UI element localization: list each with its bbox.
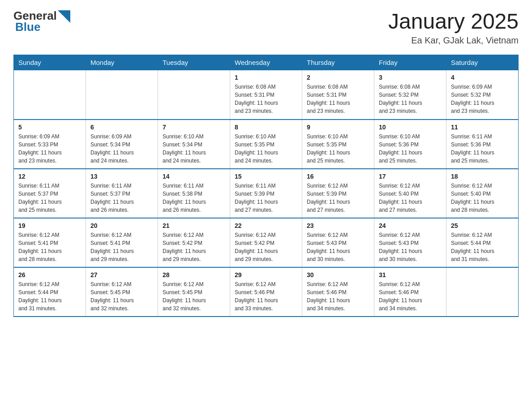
day-info: Sunrise: 6:08 AM Sunset: 5:31 PM Dayligh… [235,83,297,115]
calendar-cell: 24Sunrise: 6:12 AM Sunset: 5:43 PM Dayli… [374,218,446,267]
day-number: 13 [90,173,153,180]
calendar-cell: 1Sunrise: 6:08 AM Sunset: 5:31 PM Daylig… [230,70,302,120]
weekday-header-row: SundayMondayTuesdayWednesdayThursdayFrid… [14,55,519,70]
day-info: Sunrise: 6:11 AM Sunset: 5:37 PM Dayligh… [90,182,153,214]
day-number: 26 [18,271,81,278]
day-info: Sunrise: 6:08 AM Sunset: 5:32 PM Dayligh… [379,83,442,115]
weekday-header-wednesday: Wednesday [230,55,302,70]
day-number: 8 [235,124,297,131]
calendar-cell: 22Sunrise: 6:12 AM Sunset: 5:42 PM Dayli… [230,218,302,267]
day-number: 27 [90,271,153,278]
calendar-cell: 12Sunrise: 6:11 AM Sunset: 5:37 PM Dayli… [14,169,86,218]
calendar-cell: 29Sunrise: 6:12 AM Sunset: 5:46 PM Dayli… [230,267,302,317]
weekday-header-sunday: Sunday [14,55,86,70]
calendar-cell: 10Sunrise: 6:10 AM Sunset: 5:36 PM Dayli… [374,120,446,169]
day-number: 28 [163,271,225,278]
calendar-cell [86,70,158,120]
day-info: Sunrise: 6:12 AM Sunset: 5:40 PM Dayligh… [451,182,514,214]
day-info: Sunrise: 6:09 AM Sunset: 5:34 PM Dayligh… [90,133,153,165]
calendar-cell: 5Sunrise: 6:09 AM Sunset: 5:33 PM Daylig… [14,120,86,169]
day-info: Sunrise: 6:12 AM Sunset: 5:39 PM Dayligh… [307,182,369,214]
calendar-cell [14,70,86,120]
day-info: Sunrise: 6:11 AM Sunset: 5:36 PM Dayligh… [451,133,514,165]
calendar-subtitle: Ea Kar, GJak Lak, Vietnam [388,35,519,46]
day-info: Sunrise: 6:12 AM Sunset: 5:46 PM Dayligh… [235,280,297,313]
day-info: Sunrise: 6:12 AM Sunset: 5:45 PM Dayligh… [90,280,153,313]
day-number: 6 [90,124,153,131]
day-info: Sunrise: 6:12 AM Sunset: 5:46 PM Dayligh… [307,280,369,313]
calendar-cell [158,70,230,120]
day-info: Sunrise: 6:10 AM Sunset: 5:35 PM Dayligh… [307,133,369,165]
calendar-cell: 31Sunrise: 6:12 AM Sunset: 5:46 PM Dayli… [374,267,446,317]
calendar-cell: 17Sunrise: 6:12 AM Sunset: 5:40 PM Dayli… [374,169,446,218]
page-header: General Blue January 2025 Ea Kar, GJak L… [13,9,519,46]
weekday-header-friday: Friday [374,55,446,70]
day-number: 11 [451,124,514,131]
day-info: Sunrise: 6:12 AM Sunset: 5:44 PM Dayligh… [18,280,81,313]
day-number: 2 [307,74,369,81]
day-info: Sunrise: 6:12 AM Sunset: 5:43 PM Dayligh… [307,231,369,263]
calendar-cell: 13Sunrise: 6:11 AM Sunset: 5:37 PM Dayli… [86,169,158,218]
day-info: Sunrise: 6:09 AM Sunset: 5:32 PM Dayligh… [451,83,514,115]
day-number: 25 [451,222,514,229]
calendar-cell: 28Sunrise: 6:12 AM Sunset: 5:45 PM Dayli… [158,267,230,317]
day-number: 30 [307,271,369,278]
calendar-cell: 14Sunrise: 6:11 AM Sunset: 5:38 PM Dayli… [158,169,230,218]
calendar-week-row: 19Sunrise: 6:12 AM Sunset: 5:41 PM Dayli… [14,218,519,267]
calendar-cell: 11Sunrise: 6:11 AM Sunset: 5:36 PM Dayli… [446,120,519,169]
title-area: January 2025 Ea Kar, GJak Lak, Vietnam [388,9,519,46]
day-number: 9 [307,124,369,131]
day-info: Sunrise: 6:11 AM Sunset: 5:39 PM Dayligh… [235,182,297,214]
day-info: Sunrise: 6:10 AM Sunset: 5:35 PM Dayligh… [235,133,297,165]
calendar-cell: 6Sunrise: 6:09 AM Sunset: 5:34 PM Daylig… [86,120,158,169]
day-number: 20 [90,222,153,229]
day-info: Sunrise: 6:10 AM Sunset: 5:36 PM Dayligh… [379,133,442,165]
calendar-cell: 7Sunrise: 6:10 AM Sunset: 5:34 PM Daylig… [158,120,230,169]
calendar-cell: 18Sunrise: 6:12 AM Sunset: 5:40 PM Dayli… [446,169,519,218]
day-number: 24 [379,222,442,229]
day-info: Sunrise: 6:12 AM Sunset: 5:46 PM Dayligh… [379,280,442,313]
calendar-cell: 2Sunrise: 6:08 AM Sunset: 5:31 PM Daylig… [302,70,374,120]
logo-blue-text: Blue [15,20,70,34]
weekday-header-saturday: Saturday [446,55,519,70]
calendar-cell: 4Sunrise: 6:09 AM Sunset: 5:32 PM Daylig… [446,70,519,120]
calendar-cell: 26Sunrise: 6:12 AM Sunset: 5:44 PM Dayli… [14,267,86,317]
day-number: 14 [163,173,225,180]
day-info: Sunrise: 6:12 AM Sunset: 5:45 PM Dayligh… [163,280,225,313]
day-number: 15 [235,173,297,180]
calendar-cell: 27Sunrise: 6:12 AM Sunset: 5:45 PM Dayli… [86,267,158,317]
day-number: 29 [235,271,297,278]
weekday-header-tuesday: Tuesday [158,55,230,70]
day-info: Sunrise: 6:11 AM Sunset: 5:37 PM Dayligh… [18,182,81,214]
calendar-cell: 30Sunrise: 6:12 AM Sunset: 5:46 PM Dayli… [302,267,374,317]
day-info: Sunrise: 6:09 AM Sunset: 5:33 PM Dayligh… [18,133,81,165]
day-info: Sunrise: 6:12 AM Sunset: 5:43 PM Dayligh… [379,231,442,263]
calendar-week-row: 12Sunrise: 6:11 AM Sunset: 5:37 PM Dayli… [14,169,519,218]
day-info: Sunrise: 6:12 AM Sunset: 5:41 PM Dayligh… [18,231,81,263]
weekday-header-thursday: Thursday [302,55,374,70]
day-number: 16 [307,173,369,180]
calendar-cell: 15Sunrise: 6:11 AM Sunset: 5:39 PM Dayli… [230,169,302,218]
calendar-cell: 16Sunrise: 6:12 AM Sunset: 5:39 PM Dayli… [302,169,374,218]
day-number: 4 [451,74,514,81]
day-number: 10 [379,124,442,131]
day-number: 31 [379,271,442,278]
day-number: 17 [379,173,442,180]
day-number: 3 [379,74,442,81]
calendar-cell: 9Sunrise: 6:10 AM Sunset: 5:35 PM Daylig… [302,120,374,169]
calendar-week-row: 26Sunrise: 6:12 AM Sunset: 5:44 PM Dayli… [14,267,519,317]
day-info: Sunrise: 6:08 AM Sunset: 5:31 PM Dayligh… [307,83,369,115]
calendar-cell: 19Sunrise: 6:12 AM Sunset: 5:41 PM Dayli… [14,218,86,267]
day-number: 12 [18,173,81,180]
day-number: 7 [163,124,225,131]
day-number: 21 [163,222,225,229]
day-number: 19 [18,222,81,229]
day-number: 5 [18,124,81,131]
day-number: 1 [235,74,297,81]
day-info: Sunrise: 6:12 AM Sunset: 5:44 PM Dayligh… [451,231,514,263]
day-info: Sunrise: 6:10 AM Sunset: 5:34 PM Dayligh… [163,133,225,165]
calendar-cell: 21Sunrise: 6:12 AM Sunset: 5:42 PM Dayli… [158,218,230,267]
calendar-cell: 20Sunrise: 6:12 AM Sunset: 5:41 PM Dayli… [86,218,158,267]
calendar-cell: 8Sunrise: 6:10 AM Sunset: 5:35 PM Daylig… [230,120,302,169]
day-number: 22 [235,222,297,229]
